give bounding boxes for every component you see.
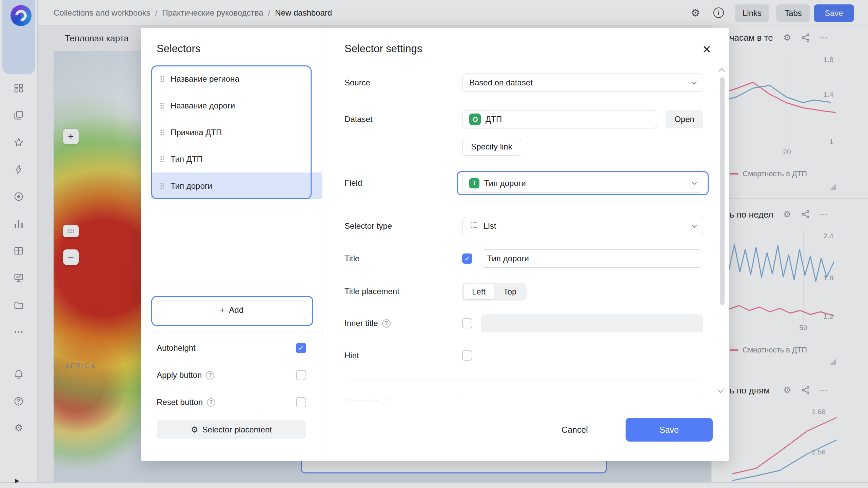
selector-list: Название региона Название дороги Причина…: [151, 65, 322, 199]
selector-list-item[interactable]: Причина ДТП: [151, 119, 322, 146]
selector-item-label: Название региона: [171, 74, 239, 84]
selector-list-item[interactable]: Тип ДТП: [151, 146, 322, 172]
title-placement-label: Title placement: [344, 286, 399, 297]
reset-label-text: Reset button: [157, 398, 203, 407]
check-icon: ✓: [465, 255, 470, 263]
placement-option-top[interactable]: Top: [494, 284, 526, 300]
selector-item-label: Тип ДТП: [171, 155, 203, 164]
scrollbar-thumb[interactable]: [720, 77, 725, 305]
selector-item-label: Причина ДТП: [171, 128, 222, 137]
drag-handle-icon[interactable]: [160, 156, 164, 163]
dataset-label: Dataset: [344, 114, 373, 125]
question-icon[interactable]: ?: [206, 371, 214, 380]
reset-button-checkbox[interactable]: [296, 397, 306, 407]
dataset-ring-glyph: [473, 117, 478, 122]
inner-title-checkbox[interactable]: [462, 318, 472, 328]
selector-list-item-selected[interactable]: Тип дороги: [151, 172, 322, 199]
list-type-icon: [469, 220, 479, 232]
apply-button-checkbox[interactable]: [296, 370, 306, 380]
add-button-label: Add: [229, 305, 243, 315]
dialog-divider: [322, 28, 322, 461]
inner-title-text: Inner title: [344, 319, 378, 328]
question-icon[interactable]: ?: [382, 319, 391, 328]
screen: часам в те ⚙ ⋯ 1.8 1.4 1 20 Смертность в…: [0, 0, 868, 488]
cancel-button[interactable]: Cancel: [553, 418, 597, 442]
open-dataset-button[interactable]: Open: [666, 110, 703, 128]
dataset-value: ДТП: [486, 115, 502, 124]
close-icon[interactable]: ✕: [702, 44, 711, 55]
settings-panel-title: Selector settings: [344, 43, 422, 55]
selector-list-item[interactable]: Название дороги: [151, 92, 322, 119]
scroll-fade: [344, 379, 703, 402]
selector-item-label: Название дороги: [171, 101, 235, 110]
source-label: Source: [344, 77, 370, 88]
question-icon[interactable]: ?: [207, 398, 215, 407]
apply-button-label: Apply button ?: [157, 370, 214, 381]
dataset-icon: [469, 114, 481, 125]
title-checkbox[interactable]: ✓: [462, 253, 472, 264]
scroll-up-indicator-icon[interactable]: [718, 68, 725, 74]
dataset-field[interactable]: ДТП: [462, 110, 657, 128]
selector-type-select[interactable]: List: [462, 217, 703, 235]
selector-item-label: Тип дороги: [171, 181, 212, 191]
autoheight-checkbox[interactable]: ✓: [296, 343, 306, 353]
scroll-down-indicator-icon[interactable]: [717, 387, 724, 393]
field-value: Тип дороги: [484, 179, 526, 188]
plus-icon: +: [219, 305, 225, 315]
drag-handle-icon[interactable]: [160, 102, 164, 109]
selectors-panel-title: Selectors: [157, 43, 200, 55]
field-select[interactable]: T Тип дороги: [462, 174, 703, 192]
hint-label: Hint: [344, 350, 359, 361]
inner-title-label: Inner title ?: [344, 318, 391, 329]
placement-button-label: Selector placement: [202, 425, 272, 434]
inner-title-input: [481, 314, 703, 332]
save-button[interactable]: Save: [626, 418, 713, 442]
title-label: Title: [344, 253, 359, 264]
selector-list-item[interactable]: Название региона: [151, 65, 322, 92]
add-selector-button[interactable]: + Add: [157, 301, 306, 319]
chevron-down-icon: [692, 222, 697, 228]
drag-handle-icon[interactable]: [160, 129, 164, 136]
selector-type-value: List: [484, 221, 496, 231]
selector-placement-button[interactable]: ⚙ Selector placement: [157, 420, 306, 439]
placement-option-left[interactable]: Left: [463, 284, 494, 300]
drag-handle-icon[interactable]: [160, 76, 164, 82]
autoheight-label: Autoheight: [157, 343, 196, 353]
hint-checkbox[interactable]: [462, 350, 472, 361]
field-label: Field: [344, 178, 362, 188]
apply-label-text: Apply button: [157, 370, 202, 380]
reset-button-label: Reset button ?: [157, 397, 215, 408]
title-placement-segmented: Left Top: [462, 283, 527, 301]
source-select[interactable]: Based on dataset: [462, 74, 703, 92]
title-input[interactable]: [481, 249, 703, 268]
source-value: Based on dataset: [469, 78, 533, 87]
chevron-down-icon: [692, 180, 697, 185]
left-pane-divider: [141, 332, 322, 332]
field-type-icon: T: [469, 178, 479, 188]
selector-type-label: Selector type: [344, 221, 392, 231]
chevron-down-icon: [692, 79, 697, 84]
specify-link-button[interactable]: Specify link: [462, 138, 521, 156]
gear-icon: ⚙: [191, 426, 198, 434]
selectors-dialog: Selectors Название региона Название доро…: [141, 28, 729, 461]
drag-handle-icon[interactable]: [160, 183, 164, 189]
check-icon: ✓: [298, 344, 304, 352]
